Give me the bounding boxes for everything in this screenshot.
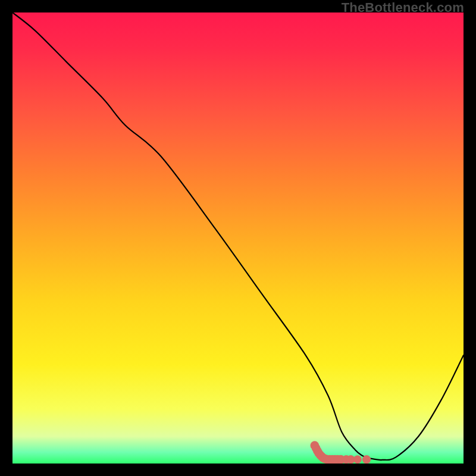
chart-frame: TheBottleneck.com: [0, 0, 476, 476]
bottleneck-curve: [12, 12, 464, 460]
chart-svg: [12, 12, 464, 464]
marker-dot: [362, 455, 371, 464]
watermark-text: TheBottleneck.com: [342, 0, 464, 15]
highlight-cluster: [311, 441, 371, 464]
marker-dot: [353, 455, 362, 464]
plot-area: [12, 12, 464, 464]
